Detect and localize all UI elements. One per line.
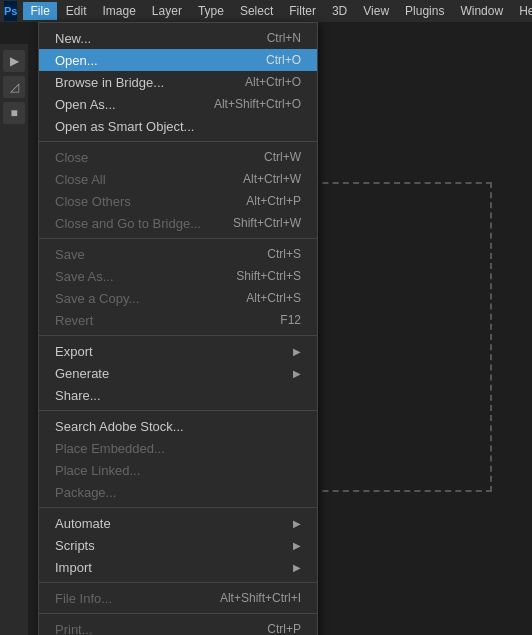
- menu-item-label-generate: Generate: [55, 366, 293, 381]
- menu-item-label-search_stock: Search Adobe Stock...: [55, 419, 301, 434]
- menu-item-label-place_linked: Place Linked...: [55, 463, 301, 478]
- menu-item-label-package: Package...: [55, 485, 301, 500]
- menu-item-shortcut-open: Ctrl+O: [266, 53, 301, 67]
- menu-item-shortcut-save_copy: Alt+Ctrl+S: [246, 291, 301, 305]
- tool-button[interactable]: ▶: [3, 50, 25, 72]
- menu-item-place_embedded: Place Embedded...: [39, 437, 317, 459]
- menu-separator-after-close_bridge: [39, 238, 317, 239]
- menu-item-arrow-scripts: ▶: [293, 540, 301, 551]
- menu-item-arrow-export: ▶: [293, 346, 301, 357]
- menu-separator-after-revert: [39, 335, 317, 336]
- menu-item-arrow-generate: ▶: [293, 368, 301, 379]
- menu-item-label-place_embedded: Place Embedded...: [55, 441, 301, 456]
- menu-item-save: SaveCtrl+S: [39, 243, 317, 265]
- menu-item-new[interactable]: New...Ctrl+N: [39, 27, 317, 49]
- menu-item-export[interactable]: Export▶: [39, 340, 317, 362]
- menubar-item-file[interactable]: File: [23, 2, 56, 20]
- menu-item-shortcut-file_info: Alt+Shift+Ctrl+I: [220, 591, 301, 605]
- menu-item-shortcut-revert: F12: [280, 313, 301, 327]
- menu-item-shortcut-browse_bridge: Alt+Ctrl+O: [245, 75, 301, 89]
- menu-item-label-scripts: Scripts: [55, 538, 293, 553]
- menu-item-label-open_as: Open As...: [55, 97, 194, 112]
- menu-item-place_linked: Place Linked...: [39, 459, 317, 481]
- menubar-item-edit[interactable]: Edit: [59, 2, 94, 20]
- menu-item-label-browse_bridge: Browse in Bridge...: [55, 75, 225, 90]
- menu-item-print: Print...Ctrl+P: [39, 618, 317, 635]
- menu-item-import[interactable]: Import▶: [39, 556, 317, 578]
- menubar-item-view[interactable]: View: [356, 2, 396, 20]
- menu-item-close_bridge: Close and Go to Bridge...Shift+Ctrl+W: [39, 212, 317, 234]
- menubar-item-select[interactable]: Select: [233, 2, 280, 20]
- menubar-item-image[interactable]: Image: [96, 2, 143, 20]
- menu-item-shortcut-new: Ctrl+N: [267, 31, 301, 45]
- menu-item-browse_bridge[interactable]: Browse in Bridge...Alt+Ctrl+O: [39, 71, 317, 93]
- menu-separator-after-file_info: [39, 613, 317, 614]
- menu-item-label-export: Export: [55, 344, 293, 359]
- menubar-item-filter[interactable]: Filter: [282, 2, 323, 20]
- menu-item-generate[interactable]: Generate▶: [39, 362, 317, 384]
- menu-item-shortcut-close_all: Alt+Ctrl+W: [243, 172, 301, 186]
- tool-button-2[interactable]: ◿: [3, 76, 25, 98]
- menu-item-label-share: Share...: [55, 388, 301, 403]
- menu-item-save_copy: Save a Copy...Alt+Ctrl+S: [39, 287, 317, 309]
- menu-item-label-save_as: Save As...: [55, 269, 216, 284]
- menubar-item-window[interactable]: Window: [453, 2, 510, 20]
- menu-separator-after-share: [39, 410, 317, 411]
- menu-item-file_info: File Info...Alt+Shift+Ctrl+I: [39, 587, 317, 609]
- menu-item-label-close: Close: [55, 150, 244, 165]
- menu-item-close_all: Close AllAlt+Ctrl+W: [39, 168, 317, 190]
- menu-item-revert: RevertF12: [39, 309, 317, 331]
- menu-separator-after-open_smart: [39, 141, 317, 142]
- menu-item-label-import: Import: [55, 560, 293, 575]
- menu-item-package: Package...: [39, 481, 317, 503]
- menu-item-label-automate: Automate: [55, 516, 293, 531]
- canvas-placeholder: [302, 182, 492, 492]
- file-dropdown-menu: New...Ctrl+NOpen...Ctrl+OBrowse in Bridg…: [38, 22, 318, 635]
- menu-item-close: CloseCtrl+W: [39, 146, 317, 168]
- menu-item-shortcut-close_bridge: Shift+Ctrl+W: [233, 216, 301, 230]
- menubar-item-type[interactable]: Type: [191, 2, 231, 20]
- menu-item-label-file_info: File Info...: [55, 591, 200, 606]
- menu-item-scripts[interactable]: Scripts▶: [39, 534, 317, 556]
- menu-item-shortcut-print: Ctrl+P: [267, 622, 301, 635]
- menu-item-label-save: Save: [55, 247, 247, 262]
- menu-item-share[interactable]: Share...: [39, 384, 317, 406]
- tool-button-3[interactable]: ■: [3, 102, 25, 124]
- menu-item-label-save_copy: Save a Copy...: [55, 291, 226, 306]
- menubar-item-plugins[interactable]: Plugins: [398, 2, 451, 20]
- menu-item-label-new: New...: [55, 31, 247, 46]
- menu-item-shortcut-save: Ctrl+S: [267, 247, 301, 261]
- menu-item-open[interactable]: Open...Ctrl+O: [39, 49, 317, 71]
- menu-item-arrow-automate: ▶: [293, 518, 301, 529]
- menubar-item-3d[interactable]: 3D: [325, 2, 354, 20]
- menu-item-label-open: Open...: [55, 53, 246, 68]
- menubar: Ps File Edit Image Layer Type Select Fil…: [0, 0, 532, 22]
- menu-item-label-open_smart: Open as Smart Object...: [55, 119, 301, 134]
- menu-item-shortcut-close_others: Alt+Ctrl+P: [246, 194, 301, 208]
- menu-separator-after-import: [39, 582, 317, 583]
- menu-separator-after-package: [39, 507, 317, 508]
- menu-item-shortcut-open_as: Alt+Shift+Ctrl+O: [214, 97, 301, 111]
- left-toolbar: ▶ ◿ ■: [0, 44, 28, 635]
- menu-item-shortcut-close: Ctrl+W: [264, 150, 301, 164]
- ps-logo: Ps: [4, 1, 17, 21]
- menu-item-open_smart[interactable]: Open as Smart Object...: [39, 115, 317, 137]
- menu-item-save_as: Save As...Shift+Ctrl+S: [39, 265, 317, 287]
- menu-item-close_others: Close OthersAlt+Ctrl+P: [39, 190, 317, 212]
- menubar-item-layer[interactable]: Layer: [145, 2, 189, 20]
- menu-item-search_stock[interactable]: Search Adobe Stock...: [39, 415, 317, 437]
- menu-item-label-print: Print...: [55, 622, 247, 636]
- menu-item-arrow-import: ▶: [293, 562, 301, 573]
- menu-item-label-close_others: Close Others: [55, 194, 226, 209]
- menubar-item-help[interactable]: Help: [512, 2, 532, 20]
- menu-item-open_as[interactable]: Open As...Alt+Shift+Ctrl+O: [39, 93, 317, 115]
- menu-item-automate[interactable]: Automate▶: [39, 512, 317, 534]
- menu-item-label-revert: Revert: [55, 313, 260, 328]
- menu-item-label-close_bridge: Close and Go to Bridge...: [55, 216, 213, 231]
- menu-item-shortcut-save_as: Shift+Ctrl+S: [236, 269, 301, 283]
- menu-item-label-close_all: Close All: [55, 172, 223, 187]
